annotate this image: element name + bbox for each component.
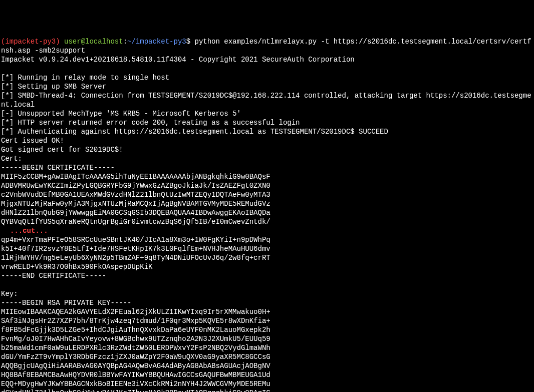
key-label: Key: [1, 290, 18, 298]
log-unsupported-mechtype: [-] Unsupported MechType 'MS KRB5 - Micr… [1, 110, 241, 118]
shell-prompt-line: (impacket-py3) user@localhost:~/impacket… [1, 38, 531, 55]
cert-base64-line: dHNlZ21lbnQubG9jYWwwggEiMA0GCSqGSIb3DQEB… [1, 209, 271, 217]
log-smb-server: [*] Setting up SMB Server [1, 83, 106, 91]
log-relay-mode: [*] Running in relay mode to single host [1, 74, 169, 82]
key-base64-line: EQQ+MDygHwYJKwYBBAGCNxkBoBIEENe3iVXcCkRM… [1, 380, 271, 388]
key-base64-line: SAf3iNJgsHr2Z7XZP7bh/8TrKjw4zeq7tdmud/1F… [1, 317, 271, 325]
cut-marker: ...cut... [10, 227, 48, 235]
key-base64-line: AQQBgjcUAgQiHiAARABvAG0AYQBpAG4AQwBvAG4A… [1, 362, 271, 370]
cert-base64-line: k5I+40f7IR2svzY8E5LfI+Ide7HSFetKHpIK7k3L… [1, 245, 271, 253]
key-base64-line: HQ8BAf8EBAMCBaAwHQYDVR0lBBYwFAYIKwYBBQUH… [1, 371, 271, 379]
end-certificate: -----END CERTIFICATE----- [1, 272, 106, 280]
impacket-version: Impacket v0.9.24.dev1+20210618.54810.11f… [1, 56, 355, 64]
cert-base64-line: c2VnbWVudDEfMB0GA1UEAxMWdGVzdHNlZ21lbnQt… [1, 191, 271, 199]
sep-dollar: $ [186, 38, 190, 46]
cert-base64-line: 1lRjHWYHV/ng5eLeyUb6XyNN2p5TBmZAF+9q8TyN… [1, 254, 271, 262]
cert-base64-line: MjgxNTUzMjRaFw0yMjA3MjgxNTUzMjRaMCQxIjAg… [1, 200, 271, 208]
cert-label: Cert: [1, 155, 22, 163]
cert-issued-ok: Cert issued OK! [1, 137, 64, 145]
user-host: user@localhost [64, 38, 123, 46]
begin-rsa-key: -----BEGIN RSA PRIVATE KEY----- [1, 299, 131, 307]
log-smbd-thread: [*] SMBD-Thread-4: Connection from TESTS… [1, 92, 531, 109]
begin-certificate: -----BEGIN CERTIFICATE----- [1, 164, 115, 172]
log-auth-succeed: [*] Authenticating against https://s2016… [1, 128, 388, 136]
log-http-200: [*] HTTP server returned error code 200,… [1, 119, 300, 127]
key-base64-line: dGVzdHNlZ21lbnQubG9jYWwwRAYJKoZIhvcNAQkP… [1, 389, 271, 392]
cwd-path: ~/impacket-py3 [127, 38, 186, 46]
cert-base64-line: qp4m+VxrTmaPFIeO58SRCcUueSBntJK40/JIcA1a… [1, 236, 271, 244]
key-base64-line: b25maWd1cmF0aW9uLERDPXRlc3RzZWdtZW50LERD… [1, 344, 271, 352]
key-base64-line: dGU/YmFzZT9vYmplY3RDbGFzcz1jZXJ0aWZpY2F0… [1, 353, 271, 361]
cert-base64-line: MIIF5zCCBM+gAwIBAgITcAAAAG5ihTuNyEE1BAAA… [1, 173, 271, 181]
key-base64-line: f8FB5dFcGjjk3D5LZGe5+IhdCJgiAuThnQXvxkDa… [1, 326, 271, 334]
sep-colon: : [123, 38, 127, 46]
got-signed-cert: Got signed cert for S2019DC$! [1, 146, 123, 154]
cert-base64-line: QYBVqQt1fYUS5qXraNeRQtnUgrBgiGr0ivmtcwzB… [1, 218, 271, 226]
cert-base64-line: vrwRELD+Vk9R37O0hBx590FkOAspepDUpKiK [1, 263, 152, 271]
key-base64-line: FvnMg/oJ0I7HwAHhCaIvYeyovw+8WGBchwx9UTZz… [1, 335, 271, 343]
terminal-output[interactable]: (impacket-py3) user@localhost:~/impacket… [1, 37, 533, 392]
cert-base64-line: ADBVMRUwEwYKCZImiZPyLGQBGRYFbG9jYWwxGzAZ… [1, 182, 271, 190]
venv-name: (impacket-py3) [1, 38, 60, 46]
key-base64-line: MIIEowIBAAKCAQEA2kGAVYELdX2FEual62jXkULZ… [1, 308, 271, 316]
